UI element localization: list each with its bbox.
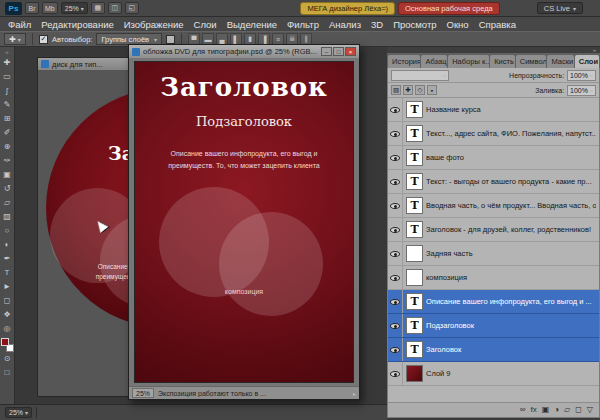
layer-thumbnail[interactable]: T [406,125,423,142]
front-document-canvas[interactable]: Заголовок Подзаголовок Описание вашего и… [129,58,359,386]
layer-row[interactable]: TЗаголовок - для друзей, коллег, родстве… [388,218,599,242]
visibility-toggle[interactable] [388,98,403,121]
blur-tool[interactable]: ○ [1,224,14,237]
menu-item[interactable]: 3D [366,19,388,30]
visibility-toggle[interactable] [388,290,403,313]
menu-item[interactable]: Анализ [324,19,366,30]
layer-row[interactable]: TВводная часть, о чём продукт... Вводная… [388,194,599,218]
menu-item[interactable]: Редактирование [36,19,118,30]
adjustment-layer-icon[interactable]: ◑ [554,406,559,414]
layer-thumbnail[interactable] [406,269,423,286]
visibility-toggle[interactable] [388,314,403,337]
menu-item[interactable]: Окно [442,19,474,30]
visibility-toggle[interactable] [388,242,403,265]
menu-item[interactable]: Просмотр [388,19,441,30]
layer-name[interactable]: Текст..., адрес сайта, ФИО. Пожелания, н… [426,129,596,138]
path-selection-tool[interactable]: ► [1,280,14,293]
layer-name[interactable]: Слой 9 [426,369,596,378]
layer-thumbnail[interactable]: T [406,197,423,214]
fill-field[interactable]: 100% ▾ [567,85,596,96]
layer-name[interactable]: Текст: - выгоды от вашего продукта - как… [426,177,596,186]
eyedropper-tool[interactable]: ✐ [1,126,14,139]
layer-name[interactable]: Подзаголовок [426,321,596,330]
menu-item[interactable]: Слои [189,19,222,30]
layer-name[interactable]: Задняя часть [426,249,596,258]
lasso-tool[interactable]: ʃ [1,84,14,97]
layer-name[interactable]: ваше фото [426,153,596,162]
titlebar-zoom-control[interactable]: 25% ▾ [61,2,88,14]
front-document-titlebar[interactable]: обложка DVD для типографии.psd @ 25% (RG… [129,45,359,58]
panel-tab[interactable]: Маски [547,55,573,68]
layer-row[interactable]: Tваше фото [388,146,599,170]
quick-mask-icon[interactable]: ⊙ [1,352,14,365]
menu-item[interactable]: Файл [3,19,36,30]
layer-row[interactable]: TТекст: - выгоды от вашего продукта - ка… [388,170,599,194]
hand-tool[interactable]: ❖ [1,308,14,321]
visibility-toggle[interactable] [388,266,403,289]
lock-transparency-icon[interactable]: ▨ [391,85,401,95]
workspace-button-essentials[interactable]: Основная рабочая среда [398,2,500,15]
gradient-tool[interactable]: ▨ [1,210,14,223]
menu-item[interactable]: Фильтр [282,19,324,30]
lock-pixels-icon[interactable]: ✚ [403,85,413,95]
launch-bridge-button[interactable]: Br [25,2,39,14]
menu-item[interactable]: Выделение [222,19,282,30]
layer-thumbnail[interactable]: T [406,221,423,238]
layer-thumbnail[interactable]: T [406,149,423,166]
pen-tool[interactable]: ✒ [1,252,14,265]
document-zoom-field[interactable]: 25% [132,388,154,398]
arrange-documents-icon[interactable]: ◫ [108,2,122,14]
clone-stamp-tool[interactable]: ▣ [1,168,14,181]
layer-thumbnail[interactable]: T [406,293,423,310]
close-button[interactable]: × [345,47,356,56]
layer-row[interactable]: Слой 9 [388,362,599,386]
zoom-tool[interactable]: ◎ [1,322,14,335]
app-zoom-field[interactable]: 25% ▾ [5,407,32,418]
eraser-tool[interactable]: ▱ [1,196,14,209]
visibility-toggle[interactable] [388,170,403,193]
front-document-window[interactable]: обложка DVD для типографии.psd @ 25% (RG… [128,44,360,400]
screen-mode-icon[interactable]: □ [1,366,14,379]
layer-row[interactable]: композиция [388,266,599,290]
lock-position-icon[interactable]: ◇ [415,85,425,95]
show-transform-controls-checkbox[interactable] [166,35,175,44]
history-brush-tool[interactable]: ↺ [1,182,14,195]
layer-thumbnail[interactable]: T [406,341,423,358]
cs-live-button[interactable]: CS Live ▾ [537,2,583,14]
menu-item[interactable]: Изображение [119,19,189,30]
marquee-tool[interactable]: ▭ [1,70,14,83]
crop-tool[interactable]: ⊞ [1,112,14,125]
layer-thumbnail[interactable]: T [406,317,423,334]
mini-bridge-button[interactable]: Mb [42,2,58,14]
visibility-toggle[interactable] [388,338,403,361]
layer-row[interactable]: Задняя часть [388,242,599,266]
visibility-toggle[interactable] [388,122,403,145]
new-layer-icon[interactable]: ◻ [575,406,582,414]
panel-tab[interactable]: Абзац [421,55,447,68]
status-menu-arrow-icon[interactable]: ▸ [353,390,356,397]
layer-name[interactable]: композиция [426,273,596,282]
lock-all-icon[interactable]: ▪ [427,85,437,95]
link-layers-icon[interactable]: ∞ [520,406,526,414]
tool-preset-picker[interactable]: ✚ ▾ [4,33,26,45]
layer-row[interactable]: TНазвание курса [388,98,599,122]
color-swatches[interactable] [1,338,14,352]
layer-row[interactable]: TПодзаголовок [388,314,599,338]
layer-mask-icon[interactable]: ▣ [542,406,550,414]
layer-thumbnail[interactable] [406,245,423,262]
visibility-toggle[interactable] [388,194,403,217]
workspace-button-custom[interactable]: МЕГА дизайнер Лёха=) [300,2,395,15]
minimize-button[interactable]: – [321,47,332,56]
healing-brush-tool[interactable]: ⊕ [1,140,14,153]
layer-name[interactable]: Заголовок [426,345,596,354]
brush-tool[interactable]: ✑ [1,154,14,167]
shape-tool[interactable]: ◻ [1,294,14,307]
opacity-field[interactable]: 100% ▾ [567,70,596,81]
new-group-icon[interactable]: ▱ [564,406,570,414]
panel-tab[interactable]: Символ [516,55,547,68]
layer-thumbnail[interactable] [406,365,423,382]
panel-tab[interactable]: Наборы к... [448,55,489,68]
foreground-color-swatch[interactable] [1,338,9,346]
layer-row[interactable]: TЗаголовок [388,338,599,362]
visibility-toggle[interactable] [388,146,403,169]
